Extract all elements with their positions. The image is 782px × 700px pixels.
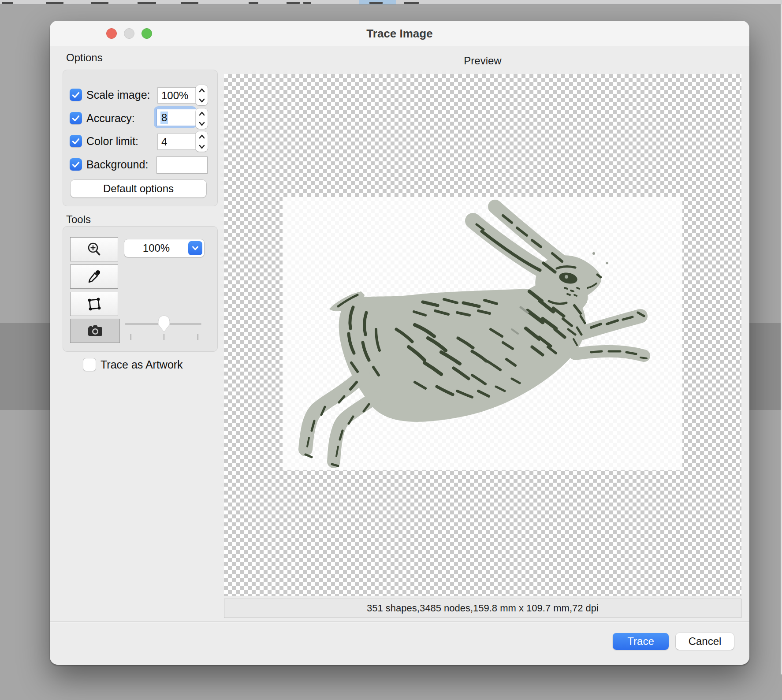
checkmark-icon [71, 160, 80, 169]
chevron-down-icon [191, 245, 199, 251]
checkmark-icon [71, 90, 80, 99]
background-checkbox[interactable] [70, 158, 82, 171]
tools-section-label: Tools [66, 213, 91, 226]
tab-bar-edge [0, 4, 782, 5]
stepper-up-icon[interactable] [196, 108, 208, 119]
eyedropper-tool-icon [86, 268, 103, 286]
slider-tick [130, 334, 131, 340]
stepper-down-icon[interactable] [196, 95, 208, 105]
preview-zoom-value: 100% [124, 242, 188, 254]
slider-tick [164, 334, 164, 340]
background-color-well[interactable] [156, 156, 208, 174]
preview-zoom-select[interactable]: 100% [124, 239, 204, 257]
camera-tool-icon [86, 322, 104, 340]
camera-tool-button[interactable] [70, 319, 120, 343]
clipped-tab-text [369, 2, 383, 4]
popup-cap [188, 241, 202, 255]
scale-image-checkbox[interactable] [70, 89, 82, 101]
trace-as-artwork-checkbox[interactable] [83, 358, 96, 371]
scale-image-label: Scale image: [86, 89, 150, 101]
clipped-tab-text [303, 2, 311, 4]
color-limit-label: Color limit: [86, 135, 138, 148]
cancel-button[interactable]: Cancel [676, 633, 734, 650]
stepper-up-icon[interactable] [196, 85, 208, 95]
default-options-button[interactable]: Default options [71, 180, 206, 197]
scale-image-field[interactable]: 100% [157, 87, 197, 104]
clipped-tab-text [249, 2, 258, 4]
clipped-tab-text [2, 2, 13, 4]
checkmark-icon [71, 114, 80, 123]
color-limit-checkbox[interactable] [70, 135, 82, 147]
clipped-tab-text [404, 2, 419, 4]
node-select-tool-icon [86, 295, 103, 313]
clipped-tab-text [138, 2, 156, 4]
clipped-tab-text [181, 2, 198, 4]
zoom-tool-icon [86, 241, 103, 258]
checkmark-icon [71, 137, 80, 145]
color-limit-stepper[interactable] [196, 131, 208, 152]
zoom-tool-button[interactable] [70, 237, 118, 261]
trace-status-bar: 351 shapes,3485 nodes,159.8 mm x 109.7 m… [224, 599, 741, 618]
color-limit-field[interactable]: 4 [157, 134, 197, 150]
slider-tick [197, 334, 198, 340]
footer-separator-highlight [50, 622, 749, 622]
accuracy-checkbox[interactable] [70, 112, 82, 124]
eyedropper-tool-button[interactable] [70, 264, 118, 289]
stepper-up-icon[interactable] [196, 131, 208, 141]
stepper-down-icon[interactable] [196, 119, 208, 129]
clipped-tab-text [287, 2, 300, 4]
accuracy-label: Accuracy: [86, 112, 135, 125]
accuracy-field[interactable]: 8 [156, 109, 198, 126]
node-select-tool-button[interactable] [70, 292, 118, 316]
clipped-tab-text [91, 2, 108, 4]
accuracy-stepper[interactable] [196, 108, 208, 129]
hare-illustration [283, 197, 682, 470]
background-tab-bar [0, 0, 782, 4]
selected-text: 8 [160, 112, 168, 124]
dialog-title: Trace Image [50, 21, 749, 46]
detail-slider-thumb[interactable] [157, 315, 171, 333]
preview-title: Preview [224, 55, 741, 67]
accuracy-focus-ring: 8 [154, 106, 197, 128]
trace-as-artwork-label: Trace as Artwork [101, 358, 183, 371]
background-label: Background: [86, 158, 148, 171]
clipped-tab-text [46, 2, 63, 4]
options-section-label: Options [66, 52, 103, 64]
trace-button[interactable]: Trace [613, 633, 669, 650]
scale-image-stepper[interactable] [196, 85, 208, 105]
stepper-down-icon[interactable] [196, 141, 208, 152]
